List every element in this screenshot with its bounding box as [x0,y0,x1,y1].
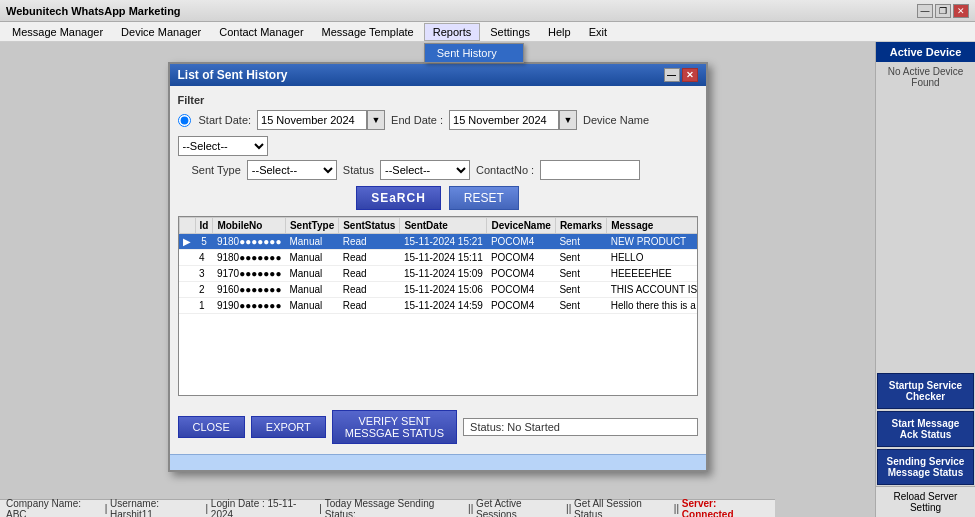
start-message-ack-button[interactable]: Start Message Ack Status [877,411,974,447]
menu-sent-history[interactable]: Sent History [425,44,523,62]
table-row[interactable]: 39170●●●●●●●ManualRead15-11-2024 15:09PO… [179,266,698,282]
menu-contact-manager[interactable]: Contact Manager [211,24,311,40]
cell-sent-date: 15-11-2024 14:59 [400,298,487,314]
start-date-label: Start Date: [199,114,252,126]
cell-device: POCOM4 [487,298,555,314]
start-date-radio[interactable] [178,114,191,127]
menu-message-manager[interactable]: Message Manager [4,24,111,40]
table-row[interactable]: ▶59180●●●●●●●ManualRead15-11-2024 15:21P… [179,234,698,250]
cell-device: POCOM4 [487,250,555,266]
startup-service-checker-button[interactable]: Startup Service Checker [877,373,974,409]
export-button[interactable]: EXPORT [251,416,326,438]
close-window-button[interactable]: ✕ [953,4,969,18]
filter-label: Filter [178,94,698,106]
filter-buttons: SEaRCH RESET [178,186,698,210]
modal-bottom-bar [170,454,706,470]
table-row[interactable]: 29160●●●●●●●ManualRead15-11-2024 15:06PO… [179,282,698,298]
end-date-input[interactable] [449,110,559,130]
sending-service-status-button[interactable]: Sending Service Message Status [877,449,974,485]
cell-id: 1 [195,298,213,314]
cell-sent-date: 15-11-2024 15:09 [400,266,487,282]
cell-mobile: 9190●●●●●●● [213,298,286,314]
modal-body: Filter Start Date: ▼ End Date : ▼ [170,86,706,404]
cell-id: 2 [195,282,213,298]
cell-sent-status: Read [339,266,400,282]
menu-help[interactable]: Help [540,24,579,40]
app-title: Webunitech WhatsApp Marketing [6,5,181,17]
sent-type-select[interactable]: --Select-- Manual [247,160,337,180]
menu-reports[interactable]: Reports [424,23,481,41]
status-sep-4: || [465,503,476,514]
start-date-picker-btn[interactable]: ▼ [367,110,385,130]
reset-button[interactable]: RESET [449,186,519,210]
contact-no-input[interactable] [540,160,640,180]
sent-history-table-container[interactable]: Id MobileNo SentType SentStatus SentDate… [178,216,698,396]
table-row[interactable]: 49180●●●●●●●ManualRead15-11-2024 15:11PO… [179,250,698,266]
modal-minimize-btn[interactable]: — [664,68,680,82]
menu-settings[interactable]: Settings [482,24,538,40]
row-indicator [179,250,195,266]
menu-device-manager[interactable]: Device Manager [113,24,209,40]
status-select[interactable]: --Select-- Read Sent [380,160,470,180]
modal-close-icon-btn[interactable]: ✕ [682,68,698,82]
cell-mobile: 9160●●●●●●● [213,282,286,298]
table-body: ▶59180●●●●●●●ManualRead15-11-2024 15:21P… [179,234,698,314]
menu-message-template[interactable]: Message Template [314,24,422,40]
menu-bar: Message Manager Device Manager Contact M… [0,22,975,42]
verify-button[interactable]: VERIFY SENT MESSGAE STATUS [332,410,457,444]
status-all-sessions[interactable]: Get All Session Status [574,498,671,518]
end-date-picker-btn[interactable]: ▼ [559,110,577,130]
table-header-row: Id MobileNo SentType SentStatus SentDate… [179,218,698,234]
cell-device: POCOM4 [487,282,555,298]
status-sep-2: | [203,503,211,514]
cell-mobile: 9180●●●●●●● [213,234,286,250]
status-login-date: Login Date : 15-11-2024 [211,498,317,518]
right-sidebar: Active Device No Active Device Found Sta… [875,42,975,517]
col-header-indicator [179,218,195,234]
col-header-mobileno: MobileNo [213,218,286,234]
reload-server-setting-button[interactable]: Reload Server Setting [876,486,975,517]
window-controls: — ❐ ✕ [917,4,969,18]
cell-remarks: Sent [555,234,606,250]
menu-exit[interactable]: Exit [581,24,615,40]
status-msg-sending: Today Message Sending Status: [325,498,466,518]
status-sep-1: | [102,503,110,514]
cell-sent-type: Manual [285,266,338,282]
end-date-label: End Date : [391,114,443,126]
col-header-sentdate: SentDate [400,218,487,234]
restore-button[interactable]: ❐ [935,4,951,18]
status-active-sessions[interactable]: Get Active Sessions [476,498,563,518]
col-header-senttype: SentType [285,218,338,234]
cell-sent-status: Read [339,282,400,298]
search-button[interactable]: SEaRCH [356,186,441,210]
cell-sent-date: 15-11-2024 15:11 [400,250,487,266]
device-name-select[interactable]: --Select-- POCOM4 [178,136,268,156]
reports-dropdown: Sent History [424,43,524,63]
col-header-id: Id [195,218,213,234]
modal-footer: CLOSE EXPORT VERIFY SENT MESSGAE STATUS … [170,404,706,454]
start-date-group: ▼ [257,110,385,130]
row-indicator: ▶ [179,234,195,250]
col-header-sentstatus: SentStatus [339,218,400,234]
cell-message: NEW PRODUCT [607,234,698,250]
cell-remarks: Sent [555,250,606,266]
table-row[interactable]: 19190●●●●●●●ManualRead15-11-2024 14:59PO… [179,298,698,314]
footer-status: Status: No Started [463,418,697,436]
row-indicator [179,298,195,314]
footer-buttons-row: CLOSE EXPORT VERIFY SENT MESSGAE STATUS … [178,410,698,444]
close-button[interactable]: CLOSE [178,416,245,438]
status-sep-5: || [563,503,574,514]
status-label: Status [343,164,374,176]
cell-id: 3 [195,266,213,282]
cell-message: Hello there this is a message from WS Wh… [607,298,698,314]
start-date-input[interactable] [257,110,367,130]
cell-device: POCOM4 [487,234,555,250]
cell-remarks: Sent [555,266,606,282]
status-sep-6: || [671,503,682,514]
contact-no-label: ContactNo : [476,164,534,176]
filter-row-2: Sent Type --Select-- Manual Status --Sel… [178,160,698,180]
minimize-button[interactable]: — [917,4,933,18]
col-header-message: Message [607,218,698,234]
cell-id: 5 [195,234,213,250]
title-bar: Webunitech WhatsApp Marketing — ❐ ✕ [0,0,975,22]
